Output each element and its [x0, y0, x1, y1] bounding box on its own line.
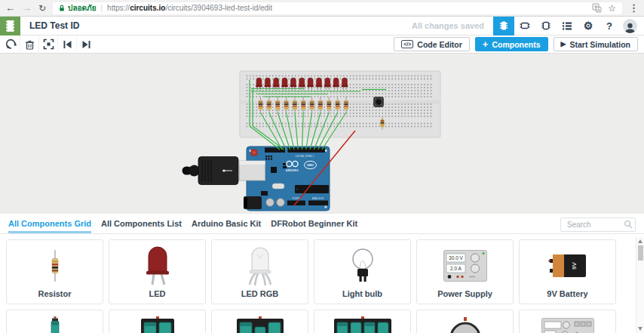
battery-holder-4-icon — [333, 316, 392, 333]
svg-text:9V: 9V — [571, 261, 578, 269]
components-grid: Resistor LED LED RGB — [0, 234, 624, 333]
power-supply-icon: 30.0 V 2.0 A — [443, 250, 487, 282]
lock-icon — [59, 5, 65, 12]
9v-battery-icon: 9V — [546, 251, 590, 280]
component-card-function-generator[interactable] — [519, 310, 616, 333]
pcb-view-button[interactable] — [535, 17, 557, 35]
person-icon — [624, 23, 636, 33]
plus-icon: + — [483, 39, 489, 49]
play-icon: ▶ — [561, 41, 566, 48]
breadboard-view-icon — [498, 20, 509, 31]
schematic-view-icon — [520, 20, 530, 31]
tab-all-components-grid[interactable]: All Components Grid — [8, 214, 91, 233]
delete-button[interactable] — [20, 35, 39, 54]
light-bulb-icon — [348, 246, 378, 285]
components-list-button[interactable] — [557, 17, 578, 35]
led-rgb-icon — [244, 245, 277, 286]
browser-reload-icon[interactable]: ↻ — [38, 4, 46, 13]
svg-text:DIGITAL (PWM~): DIGITAL (PWM~) — [296, 155, 314, 158]
schematic-view-button[interactable] — [514, 17, 535, 35]
browser-forward-icon[interactable]: → — [22, 3, 32, 13]
battery-holder-3-icon — [236, 316, 284, 333]
start-simulation-button[interactable]: ▶ Start Simulation — [554, 37, 638, 51]
coin-cell-battery-icon — [449, 316, 482, 333]
edit-toolbar: </> Code Editor + Components ▶ Start Sim… — [0, 35, 644, 54]
component-card-power-supply[interactable]: 30.0 V 2.0 A Power Supply — [416, 239, 514, 304]
component-card-battery-holder-3[interactable] — [211, 310, 308, 333]
browser-menu-icon[interactable]: ⋮ — [629, 2, 639, 14]
component-label: Resistor — [7, 289, 103, 298]
component-label: LED — [109, 289, 205, 298]
function-generator-icon — [541, 316, 594, 333]
bookmark-star-icon[interactable]: ☆ — [608, 4, 616, 13]
svg-text:ARDUINO: ARDUINO — [286, 169, 299, 172]
project-title[interactable]: LED Test ID — [29, 20, 79, 31]
component-card-coin-cell[interactable] — [416, 310, 514, 333]
led-icon — [143, 245, 173, 286]
secure-indicator[interactable]: ปลอดภัย — [59, 2, 96, 14]
svg-text:ANALOG IN: ANALOG IN — [312, 197, 324, 200]
zoom-to-fit-button[interactable] — [39, 35, 58, 54]
battery-holder-2-icon — [140, 316, 175, 333]
svg-text:30.0 V: 30.0 V — [449, 255, 463, 261]
component-card-9v-battery[interactable]: 9V 9V Battery — [519, 239, 616, 304]
svg-text:UNO: UNO — [307, 164, 313, 167]
component-card-battery-holder-4[interactable] — [314, 310, 411, 333]
undo-button[interactable] — [58, 35, 77, 54]
circuit-canvas[interactable]: DIGITAL (PWM~) ARDUINO UNO POWER ANALOG … — [0, 54, 644, 214]
scrollbar-thumb[interactable] — [638, 245, 643, 261]
app-header: LED Test ID All changes saved — [0, 17, 644, 35]
pushbutton[interactable] — [374, 97, 384, 107]
usb-cable[interactable] — [182, 157, 265, 185]
address-bar[interactable]: ปลอดภัย | https://circuits.io/circuits/3… — [53, 2, 622, 14]
components-panel: All Components Grid All Components List … — [0, 214, 644, 333]
rotate-icon — [5, 39, 17, 50]
code-icon: </> — [401, 40, 413, 48]
pcb-view-icon — [541, 20, 551, 31]
search-icon — [624, 220, 633, 229]
component-card-battery-holder-2[interactable] — [109, 310, 206, 333]
scroll-up-arrow[interactable] — [638, 239, 642, 243]
scroll-down-arrow[interactable] — [638, 327, 642, 331]
component-card-led-rgb[interactable]: LED RGB — [211, 239, 308, 304]
list-icon — [562, 21, 572, 31]
panel-scrollbar[interactable] — [636, 237, 644, 333]
component-card-aa-battery[interactable] — [6, 310, 103, 333]
help-button[interactable]: ? — [599, 17, 620, 35]
component-label: 9V Battery — [520, 289, 615, 298]
component-label: Power Supply — [417, 289, 513, 298]
omnibox-divider: | — [101, 4, 103, 12]
component-card-led[interactable]: LED — [109, 239, 206, 304]
aa-battery-icon — [49, 316, 61, 333]
user-avatar[interactable] — [623, 19, 637, 33]
rotate-button[interactable] — [2, 35, 20, 54]
undo-icon — [63, 40, 72, 49]
secure-label: ปลอดภัย — [68, 2, 96, 14]
browser-chrome: ← → ↻ ปลอดภัย | https://circuits.io/circ… — [0, 0, 644, 17]
settings-gear-icon[interactable]: ⚙ — [578, 17, 599, 35]
code-editor-button[interactable]: </> Code Editor — [394, 37, 470, 51]
redo-button[interactable] — [77, 35, 96, 54]
breadboard-view-button[interactable] — [493, 17, 514, 35]
circuits-io-logo[interactable] — [0, 17, 20, 35]
breadboard-logo-icon — [5, 20, 16, 32]
component-card-light-bulb[interactable]: Light bulb — [314, 239, 411, 304]
svg-text:2.0 A: 2.0 A — [450, 266, 462, 271]
component-card-resistor[interactable]: Resistor — [6, 239, 103, 304]
redo-icon — [81, 40, 91, 49]
zoom-fit-icon — [43, 39, 54, 50]
trash-icon — [25, 39, 35, 50]
tab-all-components-list[interactable]: All Components List — [101, 214, 182, 233]
component-label: LED RGB — [212, 289, 308, 298]
panel-tabs: All Components Grid All Components List … — [0, 214, 644, 234]
translate-icon[interactable] — [592, 3, 602, 13]
tab-arduino-basic-kit[interactable]: Arduino Basic Kit — [192, 214, 261, 233]
url-text: https://circuits.io/circuits/3904693-led… — [107, 4, 272, 12]
browser-back-icon[interactable]: ← — [5, 3, 15, 13]
resistor-icon — [48, 250, 62, 282]
save-status: All changes saved — [412, 21, 484, 30]
component-label: Light bulb — [314, 289, 410, 298]
tab-dfrobot-beginner-kit[interactable]: DFRobot Beginner Kit — [271, 214, 357, 233]
components-button[interactable]: + Components — [475, 37, 548, 51]
